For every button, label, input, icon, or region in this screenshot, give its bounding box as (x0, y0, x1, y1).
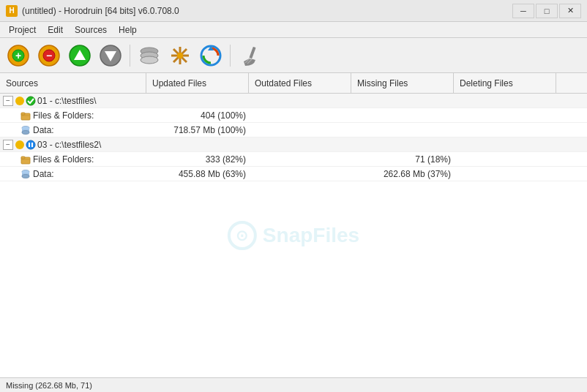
remove-source-icon: − (37, 44, 61, 67)
group2-row2: Data: 455.88 Mb (63%) 262.68 Mb (37%) (0, 167, 587, 181)
group1-row1-deleting (454, 114, 556, 117)
title-bar-text: (untitled) - Horodruin [64 bits] v6.0.70… (22, 6, 179, 16)
group2-sources-cell: − 03 - c:\testfiles2\ (0, 138, 146, 151)
group1-sources-cell: − 01 - c:\testfiles\ (0, 94, 146, 108)
group1-header-row[interactable]: − 01 - c:\testfiles\ (0, 94, 587, 108)
group2-expand-icon[interactable]: − (3, 140, 13, 150)
watermark-icon: ⊙ (228, 221, 257, 250)
group1-row2-updated: 718.57 Mb (100%) (146, 124, 249, 137)
group2-label: 03 - c:\testfiles2\ (37, 140, 101, 150)
group2-row2-outdated (249, 173, 351, 176)
column-headers: Sources Updated Files Outdated Files Mis… (0, 73, 587, 94)
group1-expand-icon[interactable]: − (3, 96, 13, 106)
group2-row2-deleting (454, 173, 556, 176)
group1-outdated (249, 99, 351, 102)
synchronize-icon (199, 44, 223, 67)
group2-row1-outdated (249, 158, 351, 161)
svg-point-23 (26, 97, 35, 105)
group1-row2-missing (351, 129, 454, 132)
svg-point-17 (177, 53, 183, 59)
layers-icon (138, 44, 161, 67)
col-header-updated: Updated Files (146, 73, 249, 93)
svg-text:−: − (46, 50, 52, 61)
layers-button[interactable] (135, 42, 163, 69)
group1-row1-outdated (249, 114, 351, 117)
group2-missing (351, 143, 454, 146)
title-bar: H (untitled) - Horodruin [64 bits] v6.0.… (0, 0, 587, 22)
svg-point-39 (22, 174, 29, 178)
synchronize-button[interactable] (197, 42, 225, 69)
svg-rect-32 (29, 143, 30, 147)
group2-deleting (454, 143, 556, 146)
group1-row2: Data: 718.57 Mb (100%) (0, 123, 587, 137)
add-source-icon: + (7, 44, 30, 67)
status-bar: Missing (262.68 Mb, 71) (0, 377, 587, 392)
group2-outdated (249, 143, 351, 146)
group2-updated (146, 143, 249, 146)
main-area: Sources Updated Files Outdated Files Mis… (0, 73, 587, 377)
svg-rect-25 (21, 113, 25, 115)
group1-row1-missing (351, 114, 454, 117)
broom-icon (238, 44, 261, 67)
group1-row1-label: Files & Folders: (33, 110, 94, 121)
data-icon (20, 125, 31, 135)
minimize-button[interactable]: ─ (512, 4, 534, 18)
maximize-button[interactable]: □ (536, 4, 558, 18)
run-down-icon (99, 44, 122, 67)
group2-row1-sources: Files & Folders: (0, 153, 146, 166)
group2-row1: Files & Folders: 333 (82%) 71 (18%) (0, 152, 587, 167)
group2-header-row[interactable]: − 03 - c:\testfiles2\ (0, 137, 587, 152)
group1-row2-sources: Data: (0, 124, 146, 137)
group2-row1-missing: 71 (18%) (351, 153, 454, 166)
close-button[interactable]: ✕ (559, 4, 581, 18)
menu-help[interactable]: Help (113, 23, 143, 37)
clean-button[interactable] (236, 42, 263, 69)
group2-row2-label: Data: (33, 169, 54, 179)
col-header-sources: Sources (0, 73, 146, 93)
group1-dot-yellow (15, 97, 24, 105)
status-text: Missing (262.68 Mb, 71) (6, 381, 92, 390)
group1-deleting (454, 99, 556, 102)
title-bar-left: H (untitled) - Horodruin [64 bits] v6.0.… (6, 5, 179, 17)
group1-label: 01 - c:\testfiles\ (37, 96, 97, 106)
group1-row2-label: Data: (33, 125, 54, 135)
group1-missing (351, 99, 454, 102)
menu-project[interactable]: Project (3, 23, 42, 37)
group2-row1-label: Files & Folders: (33, 154, 94, 165)
add-source-button[interactable]: + (4, 42, 32, 69)
group1-row1-updated: 404 (100%) (146, 109, 249, 122)
svg-rect-35 (21, 157, 25, 159)
tree-content: ⊙ SnapFiles − 01 - c:\testfiles\ (0, 94, 587, 377)
group2-row1-updated: 333 (82%) (146, 153, 249, 166)
run-down-button[interactable] (97, 42, 124, 69)
group1-row2-outdated (249, 129, 351, 132)
col-header-outdated: Outdated Files (249, 73, 351, 93)
menu-bar: Project Edit Sources Help (0, 22, 587, 38)
group2-row2-updated: 455.88 Mb (63%) (146, 167, 249, 181)
toolbar-separator-1 (130, 45, 130, 67)
watermark: ⊙ SnapFiles (228, 221, 359, 250)
group2-row2-missing: 262.68 Mb (37%) (351, 167, 454, 181)
group1-row2-deleting (454, 129, 556, 132)
files-folders-icon-2 (20, 154, 31, 165)
svg-text:+: + (15, 50, 21, 61)
data-icon-2 (20, 169, 31, 179)
group1-updated (146, 99, 249, 102)
col-header-missing: Missing Files (351, 73, 454, 93)
watermark-text: SnapFiles (263, 224, 359, 247)
menu-edit[interactable]: Edit (42, 23, 69, 37)
group1-check-icon (26, 96, 36, 106)
toolbar-separator-2 (230, 45, 231, 67)
svg-point-12 (141, 56, 158, 64)
snowflake-button[interactable] (166, 42, 194, 69)
svg-rect-33 (31, 143, 33, 147)
group2-row1-deleting (454, 158, 556, 161)
run-up-button[interactable] (66, 42, 94, 69)
col-header-deleting: Deleting Files (454, 73, 556, 93)
remove-source-button[interactable]: − (35, 42, 63, 69)
menu-sources[interactable]: Sources (69, 23, 113, 37)
snowflake-icon (168, 44, 192, 67)
svg-rect-20 (249, 46, 255, 58)
group1-row1: Files & Folders: 404 (100%) (0, 108, 587, 123)
app-icon: H (6, 5, 18, 17)
